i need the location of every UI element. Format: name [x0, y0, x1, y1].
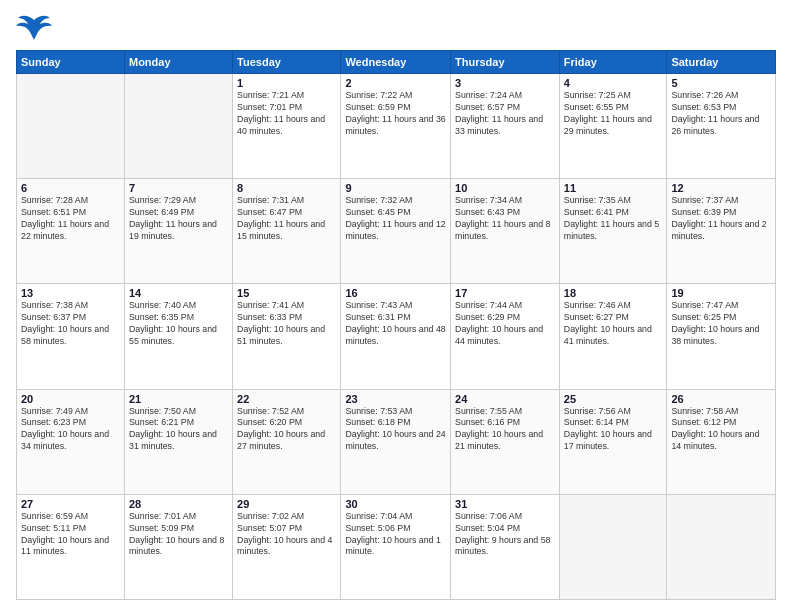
day-info: Sunrise: 7:50 AM Sunset: 6:21 PM Dayligh…: [129, 406, 228, 454]
day-number: 21: [129, 393, 228, 405]
weekday-header-row: SundayMondayTuesdayWednesdayThursdayFrid…: [17, 51, 776, 74]
calendar-cell: 13Sunrise: 7:38 AM Sunset: 6:37 PM Dayli…: [17, 284, 125, 389]
calendar-cell: 19Sunrise: 7:47 AM Sunset: 6:25 PM Dayli…: [667, 284, 776, 389]
day-number: 1: [237, 77, 336, 89]
day-info: Sunrise: 7:46 AM Sunset: 6:27 PM Dayligh…: [564, 300, 663, 348]
day-number: 30: [345, 498, 446, 510]
calendar-cell: 29Sunrise: 7:02 AM Sunset: 5:07 PM Dayli…: [233, 494, 341, 599]
calendar-cell: 5Sunrise: 7:26 AM Sunset: 6:53 PM Daylig…: [667, 74, 776, 179]
day-number: 23: [345, 393, 446, 405]
day-number: 25: [564, 393, 663, 405]
calendar-cell: 23Sunrise: 7:53 AM Sunset: 6:18 PM Dayli…: [341, 389, 451, 494]
calendar-cell: 25Sunrise: 7:56 AM Sunset: 6:14 PM Dayli…: [559, 389, 667, 494]
day-number: 27: [21, 498, 120, 510]
day-info: Sunrise: 7:53 AM Sunset: 6:18 PM Dayligh…: [345, 406, 446, 454]
day-info: Sunrise: 7:24 AM Sunset: 6:57 PM Dayligh…: [455, 90, 555, 138]
calendar-cell: 8Sunrise: 7:31 AM Sunset: 6:47 PM Daylig…: [233, 179, 341, 284]
day-info: Sunrise: 7:38 AM Sunset: 6:37 PM Dayligh…: [21, 300, 120, 348]
day-number: 18: [564, 287, 663, 299]
calendar-cell: 6Sunrise: 7:28 AM Sunset: 6:51 PM Daylig…: [17, 179, 125, 284]
day-info: Sunrise: 7:28 AM Sunset: 6:51 PM Dayligh…: [21, 195, 120, 243]
calendar-cell: 31Sunrise: 7:06 AM Sunset: 5:04 PM Dayli…: [451, 494, 560, 599]
day-number: 10: [455, 182, 555, 194]
calendar-cell: 12Sunrise: 7:37 AM Sunset: 6:39 PM Dayli…: [667, 179, 776, 284]
calendar-week-4: 20Sunrise: 7:49 AM Sunset: 6:23 PM Dayli…: [17, 389, 776, 494]
day-info: Sunrise: 7:26 AM Sunset: 6:53 PM Dayligh…: [671, 90, 771, 138]
day-info: Sunrise: 7:06 AM Sunset: 5:04 PM Dayligh…: [455, 511, 555, 559]
calendar-cell: 20Sunrise: 7:49 AM Sunset: 6:23 PM Dayli…: [17, 389, 125, 494]
day-number: 6: [21, 182, 120, 194]
calendar-cell: 28Sunrise: 7:01 AM Sunset: 5:09 PM Dayli…: [124, 494, 232, 599]
day-number: 4: [564, 77, 663, 89]
day-number: 13: [21, 287, 120, 299]
calendar-cell: 27Sunrise: 6:59 AM Sunset: 5:11 PM Dayli…: [17, 494, 125, 599]
logo-bird-icon: [16, 12, 52, 42]
day-info: Sunrise: 6:59 AM Sunset: 5:11 PM Dayligh…: [21, 511, 120, 559]
day-number: 22: [237, 393, 336, 405]
day-info: Sunrise: 7:31 AM Sunset: 6:47 PM Dayligh…: [237, 195, 336, 243]
day-info: Sunrise: 7:52 AM Sunset: 6:20 PM Dayligh…: [237, 406, 336, 454]
day-info: Sunrise: 7:01 AM Sunset: 5:09 PM Dayligh…: [129, 511, 228, 559]
day-number: 16: [345, 287, 446, 299]
day-info: Sunrise: 7:37 AM Sunset: 6:39 PM Dayligh…: [671, 195, 771, 243]
day-info: Sunrise: 7:43 AM Sunset: 6:31 PM Dayligh…: [345, 300, 446, 348]
day-info: Sunrise: 7:56 AM Sunset: 6:14 PM Dayligh…: [564, 406, 663, 454]
day-number: 11: [564, 182, 663, 194]
day-number: 12: [671, 182, 771, 194]
weekday-header-tuesday: Tuesday: [233, 51, 341, 74]
day-number: 15: [237, 287, 336, 299]
day-info: Sunrise: 7:02 AM Sunset: 5:07 PM Dayligh…: [237, 511, 336, 559]
day-info: Sunrise: 7:55 AM Sunset: 6:16 PM Dayligh…: [455, 406, 555, 454]
calendar-cell: [124, 74, 232, 179]
calendar-cell: 24Sunrise: 7:55 AM Sunset: 6:16 PM Dayli…: [451, 389, 560, 494]
day-number: 3: [455, 77, 555, 89]
day-info: Sunrise: 7:29 AM Sunset: 6:49 PM Dayligh…: [129, 195, 228, 243]
day-info: Sunrise: 7:41 AM Sunset: 6:33 PM Dayligh…: [237, 300, 336, 348]
logo: [16, 12, 56, 42]
day-info: Sunrise: 7:21 AM Sunset: 7:01 PM Dayligh…: [237, 90, 336, 138]
day-info: Sunrise: 7:49 AM Sunset: 6:23 PM Dayligh…: [21, 406, 120, 454]
calendar-week-5: 27Sunrise: 6:59 AM Sunset: 5:11 PM Dayli…: [17, 494, 776, 599]
day-info: Sunrise: 7:34 AM Sunset: 6:43 PM Dayligh…: [455, 195, 555, 243]
day-info: Sunrise: 7:44 AM Sunset: 6:29 PM Dayligh…: [455, 300, 555, 348]
calendar-cell: 16Sunrise: 7:43 AM Sunset: 6:31 PM Dayli…: [341, 284, 451, 389]
calendar-cell: 30Sunrise: 7:04 AM Sunset: 5:06 PM Dayli…: [341, 494, 451, 599]
day-number: 29: [237, 498, 336, 510]
day-number: 20: [21, 393, 120, 405]
day-info: Sunrise: 7:32 AM Sunset: 6:45 PM Dayligh…: [345, 195, 446, 243]
calendar-cell: 3Sunrise: 7:24 AM Sunset: 6:57 PM Daylig…: [451, 74, 560, 179]
calendar-table: SundayMondayTuesdayWednesdayThursdayFrid…: [16, 50, 776, 600]
weekday-header-saturday: Saturday: [667, 51, 776, 74]
calendar-cell: 1Sunrise: 7:21 AM Sunset: 7:01 PM Daylig…: [233, 74, 341, 179]
calendar-cell: 26Sunrise: 7:58 AM Sunset: 6:12 PM Dayli…: [667, 389, 776, 494]
weekday-header-wednesday: Wednesday: [341, 51, 451, 74]
day-info: Sunrise: 7:22 AM Sunset: 6:59 PM Dayligh…: [345, 90, 446, 138]
calendar-cell: 17Sunrise: 7:44 AM Sunset: 6:29 PM Dayli…: [451, 284, 560, 389]
day-number: 26: [671, 393, 771, 405]
calendar-cell: [559, 494, 667, 599]
weekday-header-thursday: Thursday: [451, 51, 560, 74]
day-number: 14: [129, 287, 228, 299]
day-number: 5: [671, 77, 771, 89]
calendar-cell: 7Sunrise: 7:29 AM Sunset: 6:49 PM Daylig…: [124, 179, 232, 284]
calendar-cell: 18Sunrise: 7:46 AM Sunset: 6:27 PM Dayli…: [559, 284, 667, 389]
day-info: Sunrise: 7:35 AM Sunset: 6:41 PM Dayligh…: [564, 195, 663, 243]
page: SundayMondayTuesdayWednesdayThursdayFrid…: [0, 0, 792, 612]
day-number: 17: [455, 287, 555, 299]
calendar-week-3: 13Sunrise: 7:38 AM Sunset: 6:37 PM Dayli…: [17, 284, 776, 389]
day-info: Sunrise: 7:25 AM Sunset: 6:55 PM Dayligh…: [564, 90, 663, 138]
day-number: 19: [671, 287, 771, 299]
calendar-cell: 15Sunrise: 7:41 AM Sunset: 6:33 PM Dayli…: [233, 284, 341, 389]
calendar-cell: 9Sunrise: 7:32 AM Sunset: 6:45 PM Daylig…: [341, 179, 451, 284]
day-number: 2: [345, 77, 446, 89]
day-info: Sunrise: 7:40 AM Sunset: 6:35 PM Dayligh…: [129, 300, 228, 348]
calendar-cell: 2Sunrise: 7:22 AM Sunset: 6:59 PM Daylig…: [341, 74, 451, 179]
day-number: 9: [345, 182, 446, 194]
day-info: Sunrise: 7:47 AM Sunset: 6:25 PM Dayligh…: [671, 300, 771, 348]
calendar-cell: 14Sunrise: 7:40 AM Sunset: 6:35 PM Dayli…: [124, 284, 232, 389]
weekday-header-friday: Friday: [559, 51, 667, 74]
calendar-cell: 10Sunrise: 7:34 AM Sunset: 6:43 PM Dayli…: [451, 179, 560, 284]
calendar-cell: 11Sunrise: 7:35 AM Sunset: 6:41 PM Dayli…: [559, 179, 667, 284]
day-number: 8: [237, 182, 336, 194]
calendar-week-2: 6Sunrise: 7:28 AM Sunset: 6:51 PM Daylig…: [17, 179, 776, 284]
